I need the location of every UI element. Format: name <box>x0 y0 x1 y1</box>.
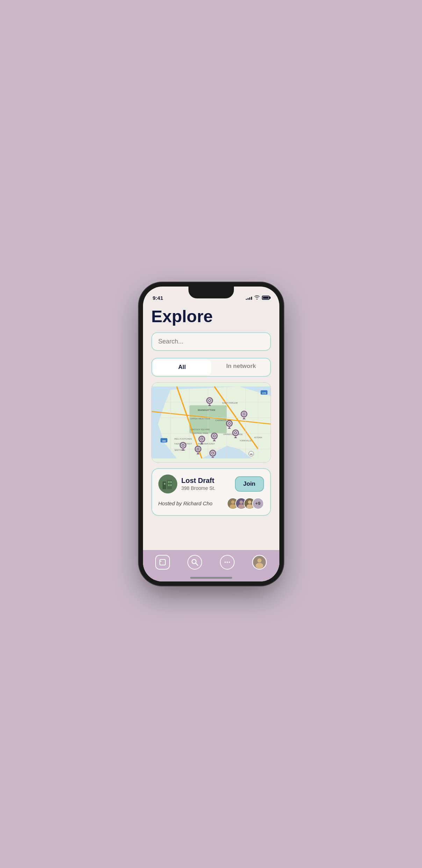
svg-rect-74 <box>164 483 165 485</box>
svg-text:YORKVILLE: YORKVILLE <box>239 439 252 441</box>
svg-point-96 <box>257 558 262 563</box>
nav-explore[interactable] <box>186 553 204 571</box>
wifi-icon <box>254 295 260 301</box>
svg-text:EAST HARLEM: EAST HARLEM <box>222 402 237 404</box>
venue-details: Lost Draft 398 Broome St. <box>181 477 215 491</box>
status-time: 9:41 <box>153 295 163 301</box>
svg-point-59 <box>197 448 199 450</box>
svg-rect-77 <box>168 484 170 486</box>
svg-text:CENTRAL PARK: CENTRAL PARK <box>192 432 209 434</box>
search-input[interactable] <box>151 332 271 351</box>
main-content: Explore All In network <box>143 304 279 554</box>
notch <box>188 287 234 298</box>
svg-point-39 <box>229 423 230 424</box>
status-icons <box>246 295 270 301</box>
svg-text:HELL'S KITCHEN: HELL'S KITCHEN <box>174 437 192 440</box>
nav-messages[interactable] <box>218 553 236 571</box>
svg-point-83 <box>239 500 243 504</box>
svg-point-97 <box>256 563 263 569</box>
messages-icon <box>220 555 235 570</box>
bottom-nav <box>143 550 279 581</box>
svg-rect-76 <box>170 481 172 483</box>
venue-name: Lost Draft <box>181 477 215 485</box>
attendee-count: +9 <box>252 498 264 509</box>
svg-text:25: 25 <box>250 453 252 455</box>
svg-text:UPPER WEST SIDE: UPPER WEST SIDE <box>190 417 210 420</box>
nav-profile[interactable] <box>250 553 269 571</box>
tabs-container: All In network <box>151 358 271 377</box>
search-icon <box>187 555 202 570</box>
svg-rect-75 <box>168 481 170 483</box>
home-icon <box>155 555 170 570</box>
profile-icon <box>252 555 267 570</box>
svg-rect-72 <box>163 482 166 489</box>
svg-text:495: 495 <box>162 439 166 442</box>
map-svg: MANHATTAN EAST HARLEM UPPER WEST SIDE CA… <box>152 383 271 462</box>
svg-point-55 <box>182 444 184 446</box>
venue-info: Lost Draft 398 Broome St. <box>158 475 215 493</box>
hosted-by: Hosted by Richard Cho <box>158 500 213 506</box>
join-button[interactable]: Join <box>235 476 264 492</box>
svg-point-35 <box>243 413 245 415</box>
svg-rect-88 <box>160 559 165 565</box>
attendees: +9 <box>227 498 264 509</box>
venue-address: 398 Broome St. <box>181 485 215 491</box>
svg-text:LINCOLN SQUARE: LINCOLN SQUARE <box>191 428 210 431</box>
venue-avatar <box>158 475 177 493</box>
signal-icon <box>246 296 252 300</box>
svg-point-86 <box>248 500 251 504</box>
tab-all[interactable]: All <box>153 360 211 375</box>
page-title: Explore <box>151 308 271 326</box>
tab-in-network[interactable]: In network <box>212 359 270 376</box>
home-indicator <box>190 577 232 579</box>
nav-home[interactable] <box>153 553 172 571</box>
svg-point-93 <box>227 562 228 563</box>
svg-text:278: 278 <box>262 391 266 394</box>
svg-point-92 <box>224 562 226 563</box>
svg-point-47 <box>214 435 215 436</box>
venue-card: Lost Draft 398 Broome St. Join Hosted by… <box>151 468 271 516</box>
svg-line-91 <box>196 563 198 565</box>
svg-text:MANHATTAN: MANHATTAN <box>198 408 215 412</box>
svg-point-80 <box>231 500 235 504</box>
svg-point-51 <box>201 438 202 440</box>
card-bottom: Hosted by Richard Cho <box>158 498 264 509</box>
svg-point-94 <box>229 562 230 563</box>
phone-frame: 9:41 Explore Al <box>143 287 279 581</box>
svg-point-63 <box>212 453 213 454</box>
battery-icon <box>262 296 270 300</box>
svg-point-31 <box>209 400 210 401</box>
svg-point-43 <box>235 432 236 434</box>
svg-text:ASTORIA: ASTORIA <box>254 436 262 439</box>
card-top: Lost Draft 398 Broome St. Join <box>158 475 264 493</box>
svg-rect-78 <box>170 484 172 486</box>
map-container[interactable]: MANHATTAN EAST HARLEM UPPER WEST SIDE CA… <box>151 382 271 463</box>
